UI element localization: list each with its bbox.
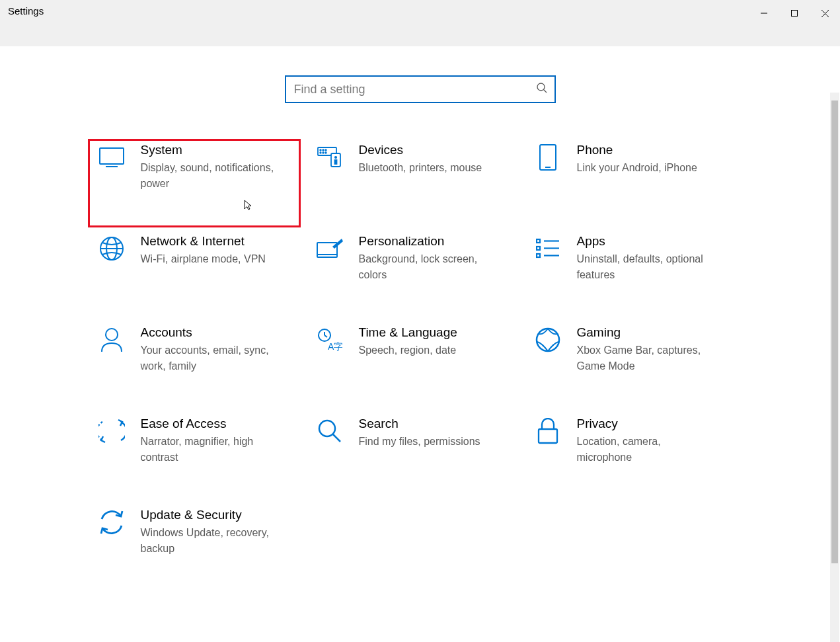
category-desc: Your accounts, email, sync, work, family — [141, 342, 280, 374]
svg-point-12 — [320, 152, 321, 153]
devices-icon — [317, 144, 343, 171]
svg-rect-25 — [537, 239, 540, 243]
minimize-button[interactable] — [749, 3, 779, 24]
category-title: Update & Security — [141, 508, 306, 522]
svg-line-38 — [333, 434, 340, 442]
svg-line-5 — [543, 90, 547, 93]
maximize-icon — [791, 10, 798, 17]
category-desc: Link your Android, iPhone — [577, 160, 716, 176]
ease-icon — [98, 418, 125, 444]
svg-point-16 — [334, 157, 336, 158]
search-category-icon — [317, 418, 343, 444]
svg-point-37 — [319, 421, 335, 436]
category-title: System — [141, 143, 306, 157]
svg-point-31 — [106, 329, 118, 341]
category-desc: Display, sound, notifications, power — [141, 160, 280, 192]
time-icon: A字 — [317, 327, 343, 353]
category-desc: Speech, region, date — [359, 342, 498, 358]
categories-grid: System Display, sound, notifications, po… — [0, 140, 840, 559]
category-desc: Location, camera, microphone — [577, 434, 716, 465]
svg-point-9 — [320, 149, 321, 151]
category-title: Time & Language — [359, 325, 524, 340]
close-icon — [821, 10, 829, 17]
category-search[interactable]: Search Find my files, permissions — [311, 414, 529, 468]
category-devices[interactable]: Devices Bluetooth, printers, mouse — [311, 140, 529, 194]
svg-point-14 — [325, 152, 326, 153]
svg-point-4 — [537, 83, 545, 91]
category-desc: Bluetooth, printers, mouse — [359, 160, 498, 176]
search-container — [0, 75, 840, 103]
svg-point-11 — [325, 149, 326, 151]
search-box[interactable] — [285, 75, 556, 103]
category-time[interactable]: A字 Time & Language Speech, region, date — [311, 323, 529, 377]
category-phone[interactable]: Phone Link your Android, iPhone — [529, 140, 747, 194]
close-button[interactable] — [810, 3, 840, 24]
network-icon — [98, 235, 125, 262]
svg-point-10 — [323, 149, 324, 151]
category-system[interactable]: System Display, sound, notifications, po… — [93, 140, 311, 194]
category-gaming[interactable]: Gaming Xbox Game Bar, captures, Game Mod… — [529, 323, 747, 377]
apps-icon — [535, 235, 561, 262]
category-title: Search — [359, 417, 524, 431]
category-desc: Windows Update, recovery, backup — [141, 525, 280, 557]
category-ease[interactable]: Ease of Access Narrator, magnifier, high… — [93, 414, 311, 468]
category-title: Accounts — [141, 325, 306, 340]
accounts-icon — [98, 327, 125, 353]
privacy-icon — [535, 418, 561, 444]
category-desc: Wi-Fi, airplane mode, VPN — [141, 251, 280, 267]
scrollbar[interactable] — [830, 93, 839, 642]
category-title: Network & Internet — [141, 234, 306, 249]
phone-icon — [535, 144, 561, 171]
svg-rect-27 — [537, 254, 540, 257]
category-desc: Find my files, permissions — [359, 434, 498, 450]
category-privacy[interactable]: Privacy Location, camera, microphone — [529, 414, 747, 468]
search-icon — [536, 82, 548, 97]
category-desc: Xbox Game Bar, captures, Game Mode — [577, 342, 716, 374]
svg-rect-1 — [792, 11, 798, 17]
svg-rect-39 — [539, 429, 557, 443]
personalization-icon — [317, 235, 343, 262]
category-desc: Uninstall, defaults, optional features — [577, 251, 716, 283]
category-title: Phone — [577, 143, 742, 157]
titlebar: Settings — [0, 0, 840, 46]
content-area: System Display, sound, notifications, po… — [0, 46, 840, 642]
category-title: Gaming — [577, 325, 742, 340]
svg-rect-18 — [540, 145, 556, 170]
maximize-button[interactable] — [779, 3, 810, 24]
svg-point-13 — [323, 152, 324, 153]
svg-point-36 — [537, 329, 559, 351]
window-title: Settings — [8, 5, 44, 17]
category-desc: Background, lock screen, colors — [359, 251, 498, 283]
category-title: Apps — [577, 234, 742, 249]
category-title: Devices — [359, 143, 524, 157]
category-title: Ease of Access — [141, 417, 306, 431]
category-apps[interactable]: Apps Uninstall, defaults, optional featu… — [529, 231, 747, 286]
window-controls — [749, 3, 840, 24]
scrollbar-thumb[interactable] — [831, 100, 838, 563]
gaming-icon — [535, 327, 561, 353]
svg-text:A字: A字 — [328, 341, 342, 352]
update-icon — [98, 509, 125, 536]
svg-rect-6 — [100, 148, 124, 164]
svg-rect-26 — [537, 247, 540, 250]
category-title: Personalization — [359, 234, 524, 249]
category-update[interactable]: Update & Security Windows Update, recove… — [93, 505, 311, 559]
category-network[interactable]: Network & Internet Wi-Fi, airplane mode,… — [93, 231, 311, 286]
category-personalization[interactable]: Personalization Background, lock screen,… — [311, 231, 529, 286]
category-title: Privacy — [577, 417, 742, 431]
category-desc: Narrator, magnifier, high contrast — [141, 434, 280, 465]
category-accounts[interactable]: Accounts Your accounts, email, sync, wor… — [93, 323, 311, 377]
search-input[interactable] — [294, 83, 536, 97]
system-icon — [98, 144, 125, 171]
svg-line-34 — [325, 335, 327, 337]
minimize-icon — [761, 10, 767, 17]
svg-rect-17 — [334, 160, 336, 164]
